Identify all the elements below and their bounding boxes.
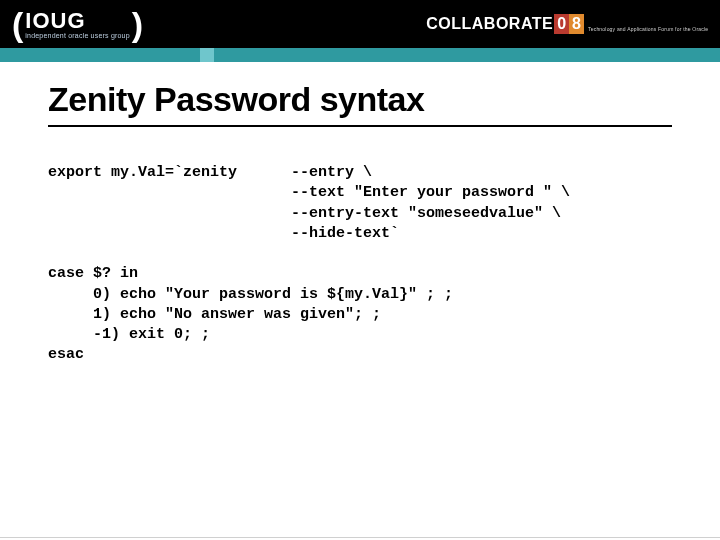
code-line: --text "Enter your password " \ xyxy=(48,184,570,201)
code-line: --entry-text "someseedvalue" \ xyxy=(48,205,561,222)
title-underline xyxy=(48,125,672,127)
accent-bar-dark xyxy=(0,48,200,62)
ioug-subtitle: independent oracle users group xyxy=(25,32,129,39)
code-line: esac xyxy=(48,346,84,363)
header-bar: ( IOUG independent oracle users group ) … xyxy=(0,0,720,48)
ioug-text: IOUG independent oracle users group xyxy=(25,10,129,39)
collab-year: 0 8 xyxy=(554,14,584,34)
code-text: --entry-text "someseedvalue" \ xyxy=(291,205,561,222)
code-text: --text "Enter your password " \ xyxy=(291,184,570,201)
collab-digit-1: 8 xyxy=(569,14,584,34)
accent-bar-light xyxy=(200,48,214,62)
content-area: Zenity Password syntax export my.Val=`ze… xyxy=(0,62,720,366)
code-line: 1) echo "No answer was given"; ; xyxy=(48,306,381,323)
accent-bar xyxy=(0,48,720,62)
code-line: 0) echo "Your password is ${my.Val}" ; ; xyxy=(48,286,453,303)
code-block: export my.Val=`zenity --entry \ --text "… xyxy=(48,163,672,366)
paren-close-icon: ) xyxy=(132,7,143,41)
code-text: --hide-text` xyxy=(291,225,399,242)
collab-word: COLLABORATE xyxy=(426,15,553,33)
code-line: --hide-text` xyxy=(48,225,399,242)
footer-divider xyxy=(0,537,720,538)
code-line: export my.Val=`zenity --entry \ xyxy=(48,164,372,181)
collab-digit-0: 0 xyxy=(554,14,569,34)
collab-tagline: Technology and Applications Forum for th… xyxy=(588,26,708,34)
collaborate-logo: COLLABORATE 0 8 Technology and Applicati… xyxy=(426,14,708,34)
code-text: export my.Val=`zenity xyxy=(48,164,237,181)
code-line: case $? in xyxy=(48,265,138,282)
code-line: -1) exit 0; ; xyxy=(48,326,210,343)
ioug-main: IOUG xyxy=(25,10,129,32)
slide-title: Zenity Password syntax xyxy=(48,80,672,119)
ioug-logo: ( IOUG independent oracle users group ) xyxy=(12,7,143,41)
paren-open-icon: ( xyxy=(12,7,23,41)
slide: ( IOUG independent oracle users group ) … xyxy=(0,0,720,540)
code-text: --entry \ xyxy=(291,164,372,181)
